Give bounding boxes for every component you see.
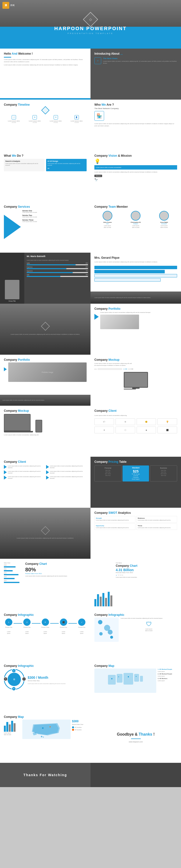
row-10: Lorem ipsum dolor sit amet consectetur a… bbox=[0, 508, 181, 559]
swot-title: Company SWOT Analytics bbox=[95, 511, 177, 515]
row-13: Company Infographic ⚙ $ ✓ ★ ✎ $300 / Mon… bbox=[0, 661, 181, 712]
what-item-1: Search & Analysis Lorem ipsum dolor sit … bbox=[4, 159, 45, 171]
svg-rect-0 bbox=[108, 675, 116, 685]
mario-skill-3: Aggressive75% bbox=[27, 270, 88, 273]
service-item-1: Service One Lorem ipsum dolor sit amet bbox=[22, 210, 86, 213]
thanks-slide: Thanks For Watching bbox=[0, 763, 90, 787]
mario-title: Mr. Mario Balotelli bbox=[27, 255, 88, 257]
goodbye-hr bbox=[131, 739, 141, 739]
timeline-item: 📄 Lorem ipsum dolor sit amet bbox=[4, 115, 24, 123]
cover-slide: 澳 界网 ◇ Harpoon Powerpoint PRESENTATION T… bbox=[0, 0, 181, 49]
footer-dark bbox=[90, 763, 181, 787]
vision-title: Company Vision & Mission bbox=[95, 154, 177, 157]
infographic3-slide: Company Infographic ⚙ $ ✓ ★ ✎ $300 / Mon… bbox=[0, 661, 90, 712]
dark2-text: Lorem ipsum dolor sit amet consectetur a… bbox=[17, 537, 74, 539]
introducing-slide: Introducing About ... ⟡ The Next Chara L… bbox=[90, 49, 181, 100]
svg-rect-3 bbox=[134, 674, 139, 682]
gerard-bar-1 bbox=[95, 266, 177, 269]
swot-opportunity: Opportunity Lorem ipsum dolor sit amet c… bbox=[95, 524, 135, 530]
mockup2-phone bbox=[35, 420, 42, 432]
mario-skill-2: Eagerness65% bbox=[27, 266, 88, 269]
process-5: ✓ Process Five bbox=[77, 619, 86, 628]
hello-slide: Hello And Welcome ! Lorem ipsum dolor si… bbox=[0, 49, 90, 100]
chart1-title: Company Chart bbox=[25, 562, 86, 565]
team-slide: Company Team Member John Freeze CEO Lore… bbox=[90, 202, 181, 253]
chart1-barchart: Sales Chart 2010 2011 2012 2013 2014 bbox=[4, 562, 23, 607]
timeline-item: ✉ Lorem ipsum dolor sit amet bbox=[46, 115, 66, 123]
pricing-title: Company Pricing Table bbox=[95, 460, 177, 464]
cover-subtitle: PRESENTATION TEMPLATE bbox=[68, 32, 114, 34]
what-title: What We Do ? bbox=[4, 154, 86, 157]
vision-icon: 💡 bbox=[95, 158, 177, 164]
hello-accent-bar bbox=[4, 57, 11, 58]
row-12: Company Infographic 1 Process One 2 Proc… bbox=[0, 610, 181, 661]
intro-icon-area: ⟡ The Next Chara Lorem ipsum dolor sit a… bbox=[95, 57, 177, 64]
pricing-standard: Standard $25 50 GB Storage20 Email5 Doma… bbox=[122, 465, 149, 482]
vision-icon2: 🔭 bbox=[95, 178, 177, 182]
intro-icon: ⟡ bbox=[95, 57, 101, 64]
portfolio2-image: Portfolio Image bbox=[8, 363, 86, 382]
team-member-3: Anna Night Developer Lorem ipsumdolor si… bbox=[159, 211, 169, 228]
infographic1-slide: Company Infographic 1 Process One 2 Proc… bbox=[0, 610, 90, 661]
service-item-2: Service Two Lorem ipsum dolor sit amet bbox=[22, 215, 86, 218]
svg-rect-2 bbox=[123, 673, 133, 685]
service-item-3: Service Three Lorem ipsum dolor sit amet bbox=[22, 219, 86, 222]
infographic2-title: Company Infographic bbox=[95, 613, 177, 617]
vision-body: Lorem ipsum dolor sit amet consectetur a… bbox=[95, 171, 177, 173]
pricing-slide: Company Pricing Table Personal Item OneI… bbox=[90, 457, 181, 508]
infographic3-price: $300 / Month bbox=[28, 676, 86, 680]
svg-point-11 bbox=[42, 727, 44, 729]
map2-title: Company Map bbox=[4, 715, 86, 719]
vision-tag: Mission bbox=[95, 175, 102, 177]
infographic2-shield: 🛡 bbox=[120, 621, 177, 627]
dark1-diamond bbox=[41, 322, 50, 331]
what-slide: What We Do ? Search & Analysis Lorem ips… bbox=[0, 151, 90, 202]
timeline-icon bbox=[4, 107, 86, 113]
footer-row: Thanks For Watching bbox=[0, 763, 181, 787]
row-2: Company Timeline 📄 Lorem ipsum dolor sit… bbox=[0, 100, 181, 151]
vision-blue-bar: Lorem ipsum dolor sit amet consectetur bbox=[95, 165, 177, 169]
vision-slide: Company Vision & Mission 💡 Lorem ipsum d… bbox=[90, 151, 181, 202]
svg-point-7 bbox=[128, 676, 129, 678]
gerard-bar-3 bbox=[95, 274, 177, 277]
dark2-diamond bbox=[41, 526, 50, 535]
swot-threat: Threat Lorem ipsum dolor sit amet consec… bbox=[136, 524, 177, 530]
mario-skill-1: Agility80% bbox=[27, 262, 88, 265]
svg-point-12 bbox=[50, 726, 51, 727]
timeline-item: ⚙ Lorem ipsum dolor sit amet bbox=[25, 115, 45, 123]
gerard-bar-4 bbox=[95, 278, 160, 282]
row-3: What We Do ? Search & Analysis Lorem ips… bbox=[0, 151, 181, 202]
who-title: Who We Are ? bbox=[95, 103, 177, 106]
chart2-value-label: Personal Sales From 2012 bbox=[116, 572, 177, 573]
chart1-body: Lorem ipsum dolor sit amet consectetur a… bbox=[25, 575, 86, 577]
chart1-percent-label: Positive Sales From 2012 bbox=[25, 573, 86, 574]
row-9: Company Client Lorem ipsum dolor sit ame… bbox=[0, 457, 181, 508]
cover-icon: ◇ bbox=[83, 12, 98, 27]
portfolio1-play bbox=[95, 314, 99, 320]
process-4: ⬛ Process Four bbox=[59, 619, 68, 628]
hello-body2: Lorem ipsum dolor sit amet consectetur a… bbox=[4, 64, 86, 66]
portfolio1-slide: Company Portfolio Lorem ipsum dolor sit … bbox=[90, 304, 181, 355]
map2-usa bbox=[22, 719, 71, 739]
chart2-barchart bbox=[95, 562, 114, 607]
team-title: Company Team Member bbox=[95, 205, 177, 209]
row-6: Lorem ipsum dolor sit amet consectetur a… bbox=[0, 304, 181, 355]
gerard-bottom: Lorem ipsum dolor sit amet consectetur a… bbox=[90, 291, 181, 304]
row-5: Group Title Mr. Mario Balotelli Lorem ip… bbox=[0, 253, 181, 304]
logo-icon: 澳 bbox=[2, 2, 9, 9]
client1-logos: 🏷 ⚙ 😊 🏆 ★ ⬡ ◆ ⬛ bbox=[95, 418, 177, 433]
process-1: 1 Process One bbox=[4, 619, 13, 628]
pricing-business: Business Item OneItem TwoItem ThreeItem … bbox=[150, 465, 177, 482]
mockup2-title: Company Mockup bbox=[4, 409, 86, 412]
row-7: Company Portfolio Portfolio Image Lorem … bbox=[0, 355, 181, 406]
chart2-sub: ▲ To: Go Up bbox=[116, 574, 177, 576]
who-slide: Who We Are ? The Best Network Company 🏪 … bbox=[90, 100, 181, 151]
infographic3-price-label: Service Daily Step bbox=[28, 680, 86, 681]
mario-skill-4: Agile55% bbox=[27, 274, 88, 277]
mockup1-monitor bbox=[95, 372, 177, 390]
process-2: 2 Process Two bbox=[22, 619, 32, 628]
portfolio1-image bbox=[100, 315, 139, 329]
chart2-title: Company Chart bbox=[116, 564, 177, 567]
mockup2-laptop bbox=[4, 414, 33, 432]
row-14: Company Map Lorem ipsumdolor sit amet bbox=[0, 712, 181, 763]
